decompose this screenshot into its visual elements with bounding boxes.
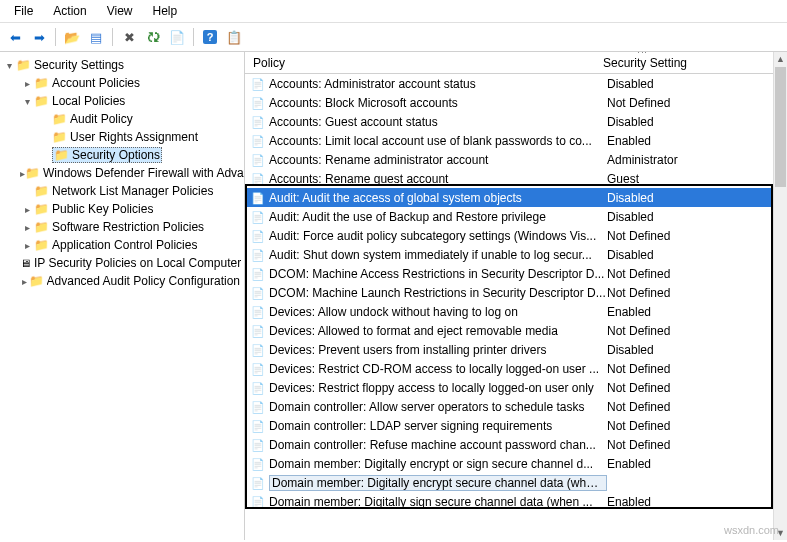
tree-item[interactable]: Public Key Policies — [2, 200, 242, 218]
policy-list[interactable]: Accounts: Administrator account statusDi… — [245, 74, 787, 540]
tree-item[interactable]: Application Control Policies — [2, 236, 242, 254]
toolbar — [0, 23, 787, 52]
tree-item[interactable]: Security Options — [2, 146, 242, 164]
policy-row[interactable]: Audit: Shut down system immediately if u… — [245, 245, 787, 264]
menu-view[interactable]: View — [97, 2, 143, 20]
properties-button[interactable] — [223, 26, 245, 48]
tree-item[interactable]: User Rights Assignment — [2, 128, 242, 146]
policy-row[interactable]: Audit: Force audit policy subcategory se… — [245, 226, 787, 245]
menu-file[interactable]: File — [4, 2, 43, 20]
policy-row[interactable]: Accounts: Block Microsoft accountsNot De… — [245, 93, 787, 112]
policy-row[interactable]: Devices: Restrict floppy access to local… — [245, 378, 787, 397]
up-level-button[interactable] — [61, 26, 83, 48]
policy-name: Devices: Restrict floppy access to local… — [269, 381, 607, 395]
policy-name: Devices: Restrict CD-ROM access to local… — [269, 362, 607, 376]
policy-name: Accounts: Administrator account status — [269, 77, 607, 91]
policy-name: DCOM: Machine Access Restrictions in Sec… — [269, 267, 607, 281]
policy-setting: Enabled — [607, 134, 787, 148]
policy-icon — [245, 172, 269, 186]
column-header-setting[interactable]: Security Setting — [595, 53, 787, 73]
tree-label: Network List Manager Policies — [52, 184, 213, 198]
policy-row[interactable]: Devices: Allow undock without having to … — [245, 302, 787, 321]
policy-row[interactable]: Domain member: Digitally encrypt or sign… — [245, 454, 787, 473]
policy-setting: Not Defined — [607, 286, 787, 300]
menu-help[interactable]: Help — [143, 2, 188, 20]
tree-pane[interactable]: Security SettingsAccount PoliciesLocal P… — [0, 52, 245, 540]
splitter-handle-icon[interactable]: ⋮ — [635, 52, 648, 58]
collapse-icon[interactable] — [2, 58, 16, 72]
column-header-policy[interactable]: Policy — [245, 53, 595, 73]
expand-icon[interactable] — [20, 220, 34, 234]
tree-item[interactable]: IP Security Policies on Local Computer — [2, 254, 242, 272]
main-splitter: Security SettingsAccount PoliciesLocal P… — [0, 52, 787, 540]
export-list-button[interactable] — [166, 26, 188, 48]
tree-item[interactable]: Security Settings — [2, 56, 242, 74]
policy-name: Accounts: Rename administrator account — [269, 153, 607, 167]
policy-row[interactable]: DCOM: Machine Launch Restrictions in Sec… — [245, 283, 787, 302]
scroll-thumb[interactable] — [775, 67, 786, 187]
vertical-scrollbar[interactable]: ▲ ▼ — [773, 52, 787, 540]
policy-icon — [245, 305, 269, 319]
expand-icon[interactable] — [20, 238, 34, 252]
policy-name: Domain controller: LDAP server signing r… — [269, 419, 607, 433]
policy-row[interactable]: Devices: Allowed to format and eject rem… — [245, 321, 787, 340]
tree-item[interactable]: Audit Policy — [2, 110, 242, 128]
policy-row[interactable]: Domain member: Digitally encrypt secure … — [245, 473, 787, 492]
expand-icon[interactable] — [20, 274, 29, 288]
policy-icon — [245, 96, 269, 110]
policy-row[interactable]: Accounts: Limit local account use of bla… — [245, 131, 787, 150]
policy-row[interactable]: Devices: Prevent users from installing p… — [245, 340, 787, 359]
policy-row[interactable]: Accounts: Guest account statusDisabled — [245, 112, 787, 131]
tree-item[interactable]: Software Restriction Policies — [2, 218, 242, 236]
delete-button[interactable] — [118, 26, 140, 48]
tree-item[interactable]: Network List Manager Policies — [2, 182, 242, 200]
policy-name: Accounts: Limit local account use of bla… — [269, 134, 607, 148]
policy-row[interactable]: Accounts: Rename administrator accountAd… — [245, 150, 787, 169]
back-button[interactable] — [4, 26, 26, 48]
policy-setting: Disabled — [607, 115, 787, 129]
policy-row[interactable]: DCOM: Machine Access Restrictions in Sec… — [245, 264, 787, 283]
help-button[interactable] — [199, 26, 221, 48]
policy-row[interactable]: Domain controller: Allow server operator… — [245, 397, 787, 416]
policy-name: Devices: Prevent users from installing p… — [269, 343, 607, 357]
tree-label: Security Options — [72, 148, 160, 162]
policy-row[interactable]: Devices: Restrict CD-ROM access to local… — [245, 359, 787, 378]
folder-icon — [29, 274, 47, 288]
policy-name: Audit: Audit the access of global system… — [269, 191, 607, 205]
policy-icon — [245, 153, 269, 167]
policy-setting: Enabled — [607, 495, 787, 509]
policy-icon — [245, 229, 269, 243]
policy-row[interactable]: Accounts: Administrator account statusDi… — [245, 74, 787, 93]
tree-label: Audit Policy — [70, 112, 133, 126]
tree-label: Public Key Policies — [52, 202, 153, 216]
expand-icon[interactable] — [20, 202, 34, 216]
show-hide-panes-button[interactable] — [85, 26, 107, 48]
tree-item[interactable]: Local Policies — [2, 92, 242, 110]
policy-icon — [245, 362, 269, 376]
policy-row[interactable]: Domain controller: LDAP server signing r… — [245, 416, 787, 435]
policy-name: Devices: Allow undock without having to … — [269, 305, 607, 319]
policy-setting: Enabled — [607, 457, 787, 471]
policy-name: DCOM: Machine Launch Restrictions in Sec… — [269, 286, 607, 300]
collapse-icon[interactable] — [20, 94, 34, 108]
forward-button[interactable] — [28, 26, 50, 48]
policy-icon — [245, 248, 269, 262]
tree-item[interactable]: Windows Defender Firewall with Advanced … — [2, 164, 242, 182]
folder-icon — [52, 130, 70, 144]
policy-row[interactable]: Accounts: Rename guest accountGuest — [245, 169, 787, 188]
policy-icon — [245, 400, 269, 414]
policy-row[interactable]: Audit: Audit the access of global system… — [245, 188, 787, 207]
policy-setting: Guest — [607, 172, 787, 186]
policy-setting: Not Defined — [607, 229, 787, 243]
expand-icon[interactable] — [20, 76, 34, 90]
policy-row[interactable]: Domain controller: Refuse machine accoun… — [245, 435, 787, 454]
scroll-up-icon[interactable]: ▲ — [774, 52, 787, 66]
tree-item[interactable]: Account Policies — [2, 74, 242, 92]
policy-setting: Not Defined — [607, 400, 787, 414]
tree-item[interactable]: Advanced Audit Policy Configuration — [2, 272, 242, 290]
policy-row[interactable]: Audit: Audit the use of Backup and Resto… — [245, 207, 787, 226]
policy-icon — [245, 438, 269, 452]
policy-row[interactable]: Domain member: Digitally sign secure cha… — [245, 492, 787, 511]
refresh-button[interactable] — [142, 26, 164, 48]
menu-action[interactable]: Action — [43, 2, 96, 20]
